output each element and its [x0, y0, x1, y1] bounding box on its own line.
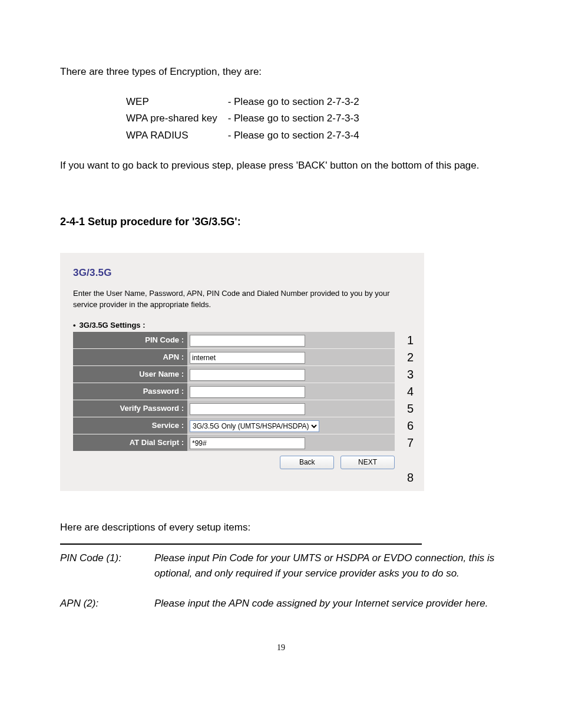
field-number-8: 8 [395, 469, 414, 486]
field-number: 6 [395, 417, 414, 434]
field-number: 2 [395, 349, 414, 366]
desc-label: APN (2): [60, 596, 154, 625]
field-number: 4 [395, 383, 414, 400]
back-note: If you want to go back to previous step,… [60, 159, 502, 173]
service-select[interactable]: 3G/3.5G Only (UMTS/HSPA/HSDPA) [190, 420, 319, 432]
panel-description: Enter the User Name, Password, APN, PIN … [73, 288, 414, 311]
descriptions-intro: Here are descriptions of every setup ite… [60, 521, 502, 535]
desc-text: Please input the APN code assigned by yo… [154, 596, 502, 625]
field-number: 1 [395, 332, 414, 349]
username-input[interactable] [190, 369, 305, 381]
enc-ref: - Please go to section 2-7-3-2 [228, 94, 363, 111]
enc-ref: - Please go to section 2-7-3-3 [228, 110, 363, 127]
pin-code-input[interactable] [190, 335, 305, 347]
enc-name: WEP [126, 94, 228, 111]
back-button[interactable]: Back [280, 456, 334, 469]
field-number: 3 [395, 366, 414, 383]
next-button[interactable]: NEXT [340, 456, 395, 469]
enc-ref: - Please go to section 2-7-3-4 [228, 127, 363, 144]
encryption-types-table: WEP- Please go to section 2-7-3-2 WPA pr… [126, 94, 363, 144]
panel-title: 3G/3.5G [73, 266, 414, 281]
apn-input[interactable] [190, 352, 305, 364]
field-label-service: Service : [73, 417, 187, 434]
field-label-dial-script: AT Dial Script : [73, 434, 187, 452]
encryption-intro: There are three types of Encryption, the… [60, 65, 502, 80]
verify-password-input[interactable] [190, 403, 305, 415]
password-input[interactable] [190, 386, 305, 398]
field-label-apn: APN : [73, 349, 187, 366]
descriptions-table: PIN Code (1): Please input Pin Code for … [60, 551, 502, 625]
enc-name: WPA pre-shared key [126, 110, 228, 127]
panel-subheading: 3G/3.5G Settings : [73, 320, 414, 331]
section-heading: 2-4-1 Setup procedure for '3G/3.5G': [60, 214, 502, 229]
field-number: 7 [395, 434, 414, 452]
enc-name: WPA RADIUS [126, 127, 228, 144]
settings-panel: 3G/3.5G Enter the User Name, Password, A… [60, 253, 424, 491]
field-number: 5 [395, 400, 414, 417]
settings-form-table: PIN Code : 1 APN : 2 User Name : 3 Passw… [73, 332, 414, 487]
desc-label: PIN Code (1): [60, 551, 154, 596]
field-label-username: User Name : [73, 366, 187, 383]
field-label-pin: PIN Code : [73, 332, 187, 349]
desc-text: Please input Pin Code for your UMTS or H… [154, 551, 502, 596]
divider [60, 543, 422, 545]
field-label-verify-password: Verify Password : [73, 400, 187, 417]
page-number: 19 [60, 642, 502, 654]
field-label-password: Password : [73, 383, 187, 400]
dial-script-input[interactable] [190, 437, 305, 449]
